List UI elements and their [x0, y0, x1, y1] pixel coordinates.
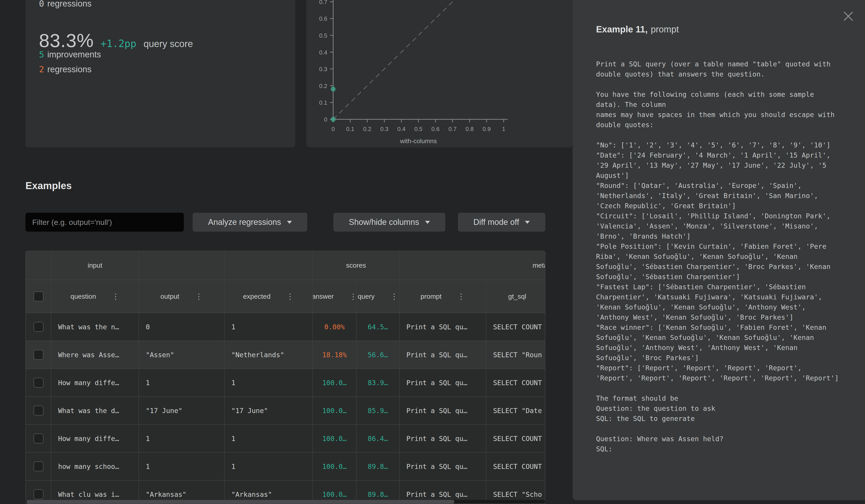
cell-answer: 0.00% — [313, 313, 357, 341]
analyze-regressions-button[interactable]: Analyze regressions — [193, 213, 307, 232]
row-checkbox[interactable] — [34, 489, 44, 499]
cell-query: 89.8… — [357, 453, 400, 480]
column-header-expected[interactable]: expected⋮ — [224, 280, 313, 313]
row-checkbox[interactable] — [34, 461, 44, 471]
cell-value: What was the d… — [58, 407, 119, 415]
cell-value: SELECT COUNT — [493, 379, 542, 387]
improvements-stat: 5improvements — [39, 49, 101, 59]
table-row[interactable]: how many schoo…11100.0…89.8…Print a SQL … — [26, 453, 545, 481]
filter-input[interactable] — [25, 213, 184, 232]
cell-value: "Netherlands" — [231, 351, 284, 359]
improvements-count: 5 — [39, 49, 44, 59]
column-header-query[interactable]: query⋮ — [357, 280, 400, 313]
row-checkbox[interactable] — [34, 322, 44, 332]
cell-output: 1 — [139, 425, 224, 452]
close-icon[interactable] — [843, 11, 854, 22]
examples-table: inputscoresmetadataquestion⋮output⋮expec… — [25, 251, 545, 504]
select-all-checkbox[interactable] — [34, 292, 44, 302]
regressions-stat: 2regressions — [39, 65, 91, 74]
cell-gt_sql: SELECT COUNT — [486, 313, 545, 341]
diff-mode-button[interactable]: Diff mode off — [458, 213, 545, 232]
secondary-stat-regressions: 0regressions — [39, 0, 91, 9]
x-tick-label: 0.6 — [431, 126, 439, 132]
row-checkbox[interactable] — [34, 434, 44, 444]
cell-value: 89.8… — [368, 491, 388, 499]
column-header-output[interactable]: output⋮ — [139, 280, 224, 313]
table-row[interactable]: What was the n…010.00%64.5…Print a SQL q… — [26, 313, 545, 341]
horizontal-scrollbar — [25, 500, 545, 504]
regressions-label: regressions — [47, 65, 91, 74]
query-score-line: 83.3% +1.2pp query score — [39, 30, 193, 51]
cell-gt_sql: SELECT COUNT — [486, 453, 545, 480]
row-checkbox[interactable] — [34, 350, 44, 360]
analyze-regressions-label: Analyze regressions — [208, 218, 281, 227]
drawer-title: Example 11,prompt — [596, 24, 679, 34]
cell-gt_sql: SELECT COUNT — [486, 425, 545, 452]
column-header-answer[interactable]: answer⋮ — [313, 280, 357, 313]
cell-value: 85.9… — [368, 407, 388, 415]
secondary-regressions-count: 0 — [39, 0, 44, 9]
cell-value: 83.9… — [368, 379, 388, 387]
column-header-prompt[interactable]: prompt⋮ — [400, 280, 486, 313]
column-group-label: scores — [346, 261, 366, 269]
show-hide-columns-button[interactable]: Show/hide columns — [333, 213, 445, 232]
table-row[interactable]: Where was Asse…"Assen""Netherlands"18.18… — [26, 341, 545, 369]
cell-value: 100.0… — [322, 379, 347, 387]
scatter-chart: 00.10.20.30.40.50.60.70.80.9100.10.20.30… — [306, 0, 573, 148]
row-checkbox-cell — [26, 341, 51, 368]
cell-question: How many diffe… — [51, 369, 139, 396]
cell-prompt: Print a SQL qu… — [400, 425, 486, 452]
x-axis-label: with-columns — [400, 138, 437, 144]
x-tick-label: 0.3 — [380, 126, 388, 132]
row-checkbox[interactable] — [34, 378, 44, 388]
cell-value: SELECT COUNT — [493, 323, 542, 331]
cell-value: Print a SQL qu… — [406, 491, 468, 499]
data-point — [331, 117, 336, 122]
x-tick-label: 1 — [502, 126, 505, 132]
table-row[interactable]: How many diffe…11100.0…83.9…Print a SQL … — [26, 369, 545, 397]
chevron-down-icon — [525, 221, 530, 224]
x-tick-label: 0.8 — [465, 126, 474, 132]
cell-value: 0 — [146, 323, 150, 331]
column-header-label: gt_sql — [508, 293, 526, 300]
cell-value: "17 June" — [146, 407, 183, 415]
column-menu-icon[interactable]: ⋮ — [349, 293, 356, 300]
cell-value: Print a SQL qu… — [406, 407, 468, 415]
column-group-cell — [139, 251, 224, 280]
diagonal-reference-line — [333, 0, 504, 119]
column-header-label: answer — [313, 293, 334, 300]
x-tick-label: 0.5 — [414, 126, 422, 132]
y-tick-label: 0.4 — [319, 49, 327, 56]
x-tick-label: 0.1 — [346, 126, 354, 132]
row-checkbox-cell — [26, 425, 51, 452]
column-header-gt_sql[interactable]: gt_sql⋮ — [486, 280, 545, 313]
cell-query: 85.9… — [357, 397, 400, 424]
row-checkbox[interactable] — [34, 406, 44, 415]
column-menu-icon[interactable]: ⋮ — [542, 293, 545, 300]
cell-value: Print a SQL qu… — [406, 435, 468, 443]
cell-value: 100.0… — [322, 407, 347, 415]
improvements-label: improvements — [47, 50, 101, 59]
row-checkbox-cell — [26, 397, 51, 424]
column-menu-icon[interactable]: ⋮ — [390, 293, 398, 300]
cell-question: Where was Asse… — [51, 341, 139, 368]
cell-expected: "Netherlands" — [224, 341, 313, 368]
table-row[interactable]: How many diffe…11100.0…86.4…Print a SQL … — [26, 425, 545, 453]
cell-gt_sql: SELECT "Roun — [486, 341, 545, 368]
cell-value: "17 June" — [231, 407, 268, 415]
score-delta: +1.2pp — [101, 38, 136, 49]
column-header-question[interactable]: question⋮ — [51, 280, 139, 313]
cell-value: How many diffe… — [58, 379, 119, 387]
table-row[interactable]: What was the d…"17 June""17 June"100.0…8… — [26, 397, 545, 425]
cell-value: SELECT "Date — [493, 407, 542, 415]
cell-question: how many schoo… — [51, 453, 139, 480]
column-menu-icon[interactable]: ⋮ — [112, 293, 119, 300]
drawer-title-field: prompt — [651, 24, 679, 34]
column-menu-icon[interactable]: ⋮ — [457, 293, 465, 300]
horizontal-scrollbar-thumb[interactable] — [26, 500, 454, 504]
cell-value: 1 — [231, 379, 235, 387]
cell-value: 100.0… — [322, 435, 347, 443]
column-menu-icon[interactable]: ⋮ — [286, 293, 294, 300]
cell-output: "17 June" — [139, 397, 224, 424]
column-menu-icon[interactable]: ⋮ — [195, 293, 203, 300]
